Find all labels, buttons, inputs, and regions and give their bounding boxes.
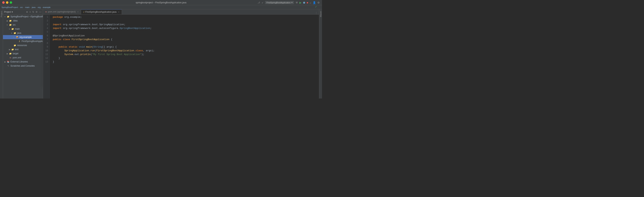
tree-label: test [15, 48, 18, 51]
tree-label: resources [17, 44, 27, 47]
tab-pom-xml[interactable]: m pom.xml (springbootproject) ✕ [43, 9, 81, 14]
code-line-1: package org.example; [53, 15, 319, 19]
breadcrumb-item-project[interactable]: SpringBootProject [2, 6, 18, 9]
editor-area: m pom.xml (springbootproject) ✕ J FirstS… [43, 9, 319, 99]
tabs-more-icon[interactable]: ⋮ [315, 11, 318, 14]
maximize-button[interactable] [10, 1, 12, 4]
tab-close-firstspringboot[interactable]: ✕ [118, 11, 120, 13]
java-file-icon: J [18, 40, 21, 43]
main-layout: Project Project ▾ ⊕ ≡ ⇅ ⚙ — ▾ 📁 SpringBo… [0, 9, 322, 99]
hide-icon[interactable]: — [39, 10, 42, 14]
tree-arrow: ▶ [9, 49, 11, 51]
tree-arrow: ▶ [7, 53, 9, 55]
code-line-6: @SpringBootApplication [53, 34, 319, 38]
tree-item-resources[interactable]: 📁 resources [3, 43, 43, 47]
sidebar-toolbar: Project ▾ ⊕ ≡ ⇅ ⚙ — [3, 9, 43, 15]
run-icon[interactable]: ▶ [300, 1, 302, 4]
project-panel-tab[interactable]: Project [0, 10, 3, 18]
tree-label: java [17, 32, 21, 34]
tree-arrow: ▾ [11, 32, 14, 34]
tree-item-java[interactable]: ▾ 📁 java [3, 31, 43, 35]
code-line-9: public static void main(String[] args) { [53, 45, 319, 49]
code-line-4: import org.springframework.boot.autoconf… [53, 27, 319, 30]
folder-icon: 📁 [11, 28, 14, 30]
maven-label[interactable]: Maven [319, 10, 322, 18]
close-button[interactable] [2, 1, 5, 4]
tree-item-scratches[interactable]: ✎ Scratches and Consoles [3, 64, 43, 68]
tree-label: SpringBootProject ~/SpringBootProject [10, 15, 43, 18]
vcs-icon[interactable]: ⎇ [258, 1, 260, 4]
tree-item-test[interactable]: ▶ 📁 test [3, 47, 43, 52]
scratches-icon: ✎ [7, 64, 10, 67]
run-configuration[interactable]: FirstSpringBootApplication ▾ [265, 1, 294, 4]
locate-icon[interactable]: ⊕ [26, 10, 28, 14]
tree-arrow: ▶ [7, 20, 9, 22]
tree-label: Scratches and Consoles [10, 65, 35, 67]
project-sidebar: Project ▾ ⊕ ≡ ⇅ ⚙ — ▾ 📁 SpringBootProjec… [3, 9, 43, 99]
tree-arrow: ▾ [7, 24, 9, 26]
tree-item-pom[interactable]: m pom.xml [3, 56, 43, 60]
tree-item-firstspringboot[interactable]: J FirstSpringBootApplication [3, 39, 43, 43]
tree-label: target [13, 52, 18, 55]
titlebar-right: ⎇ ↙ FirstSpringBootApplication ▾ ⚒ ▶ ⬟ ■… [258, 1, 320, 4]
breadcrumb-item-main[interactable]: main [25, 6, 30, 9]
check-icon: ✓ [315, 5, 317, 8]
settings-gear-icon[interactable]: ⚙ [35, 10, 38, 14]
code-line-10: SpringApplication.run(FirstSpringBootApp… [53, 49, 319, 53]
tree-arrow: ▾ [4, 16, 7, 18]
minimize-button[interactable] [6, 1, 8, 4]
tree-item-external-libraries[interactable]: ▶ 📚 External Libraries [3, 60, 43, 64]
breadcrumb: SpringBootProject › src › main › java › … [0, 5, 322, 9]
code-line-11: System.out.println("My first Spring Boot… [53, 53, 319, 56]
tabs-right: ⋮ [315, 11, 319, 14]
breadcrumb-item-src[interactable]: src [20, 6, 23, 9]
tree-label: FirstSpringBootApplication [22, 40, 43, 43]
maven-panel: Maven [319, 9, 322, 99]
breadcrumb-item-org[interactable]: org [38, 6, 40, 9]
breadcrumb-item-java[interactable]: java [32, 6, 36, 9]
tab-firstspringboot[interactable]: J FirstSpringBootApplication.java ✕ [81, 9, 122, 14]
folder-icon: 📁 [9, 19, 12, 22]
tree-item-idea[interactable]: ▶ 📁 .idea [3, 19, 43, 23]
debug-icon[interactable]: ⬟ [303, 1, 305, 4]
sort-icon[interactable]: ⇅ [32, 10, 34, 14]
project-tree: ▾ 📁 SpringBootProject ~/SpringBootProjec… [3, 15, 43, 99]
tree-item-src[interactable]: ▾ 📁 src [3, 23, 43, 27]
tree-item-target[interactable]: ▶ 📁 target [3, 52, 43, 56]
code-content: package org.example; import org.springfr… [50, 15, 319, 99]
sidebar-toolbar-label: Project ▾ [4, 11, 25, 13]
run-config-label: FirstSpringBootApplication [266, 2, 291, 4]
code-line-5 [53, 30, 319, 34]
tree-item-main[interactable]: ▾ 📁 main [3, 27, 43, 31]
tree-item-org-example[interactable]: ▾ 📦 org.example [3, 35, 43, 39]
folder-icon: 📁 [11, 48, 14, 51]
code-line-7: public class FirstSpringBootApplication … [53, 38, 319, 41]
java-tab-icon: J [83, 11, 84, 13]
xml-icon: m [9, 56, 12, 59]
user-icon[interactable]: 👤 [313, 1, 316, 4]
collapse-icon[interactable]: ≡ [29, 10, 31, 14]
tree-label: pom.xml [13, 56, 21, 59]
build-icon[interactable]: ⚒ [296, 1, 298, 4]
window-title: springbootproject – FirstSpringBootAppli… [136, 1, 186, 4]
library-icon: 📚 [7, 60, 10, 63]
code-editor[interactable]: 1 2 3 4 5 6 7 8 9 10 11 12 13 package or… [43, 15, 319, 99]
breadcrumb-item-example[interactable]: example [43, 6, 51, 9]
tree-label: src [13, 24, 16, 26]
search-icon[interactable]: ⌕ [310, 1, 311, 4]
stop-icon[interactable]: ■ [307, 1, 308, 4]
folder-icon: 📁 [14, 32, 16, 35]
tree-arrow: ▾ [9, 28, 11, 30]
tree-label: .idea [13, 20, 18, 22]
xml-tab-icon: m [45, 11, 47, 13]
code-line-8 [53, 41, 319, 45]
tree-item-springbootproject[interactable]: ▾ 📁 SpringBootProject ~/SpringBootProjec… [3, 15, 43, 19]
tab-close-pom[interactable]: ✕ [77, 11, 79, 13]
traffic-lights [2, 1, 12, 4]
code-line-13: } [53, 60, 319, 64]
settings-icon[interactable]: ⚙ [317, 1, 320, 4]
tab-label-firstspringboot: FirstSpringBootApplication.java [85, 11, 116, 13]
tab-label-pom: pom.xml (springbootproject) [48, 11, 76, 13]
update-icon[interactable]: ↙ [262, 1, 264, 4]
tree-arrow: ▶ [4, 61, 7, 63]
